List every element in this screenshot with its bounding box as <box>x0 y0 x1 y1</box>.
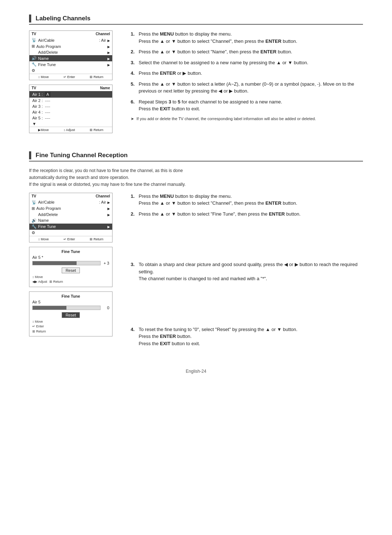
menu-item-gear[interactable]: ⚙ <box>29 68 112 74</box>
menu-item-aircable[interactable]: 📡 Air/Cable : Air <box>29 37 112 43</box>
ft-box-2: Fine Tune Air 5 0 Reset ↕ Move <box>29 291 113 337</box>
ft-menu-aircable[interactable]: 📡 Air/Cable : Air <box>29 199 112 205</box>
finetune-label: Fine Tune <box>38 62 56 67</box>
grid-icon: ⊞ <box>32 44 35 49</box>
ft-enter-bold-4: ENTER <box>160 334 176 339</box>
ft-adddelete-arrow <box>107 212 110 217</box>
name-menu-tv: TV <box>32 86 36 90</box>
step6-text: Repeat Steps 3 to 5 for each channel to … <box>139 99 282 105</box>
ft-exit-bold-4: EXIT <box>160 341 171 346</box>
exit-bold-6: EXIT <box>160 106 171 111</box>
ft-box2-enter: ↵ Enter <box>32 324 44 329</box>
ft-menu-autoprogram[interactable]: ⊞ Auto Program <box>29 205 112 212</box>
name-row-air5[interactable]: Air 5 : ---- <box>29 115 112 121</box>
step2-text: Press the ▲ or ▼ button to select "Name"… <box>139 49 292 54</box>
ft-aircable-value: : Air <box>99 200 106 204</box>
labeling-title: Labeling Channels <box>29 15 363 25</box>
step3-text: Select the channel to be assigned to a n… <box>139 60 308 65</box>
name-row-air2[interactable]: Air 2 : ---- <box>29 98 112 103</box>
name-label: Name <box>38 56 49 61</box>
footer-enter: ↵ Enter <box>64 75 75 79</box>
ft-title-bar <box>29 151 31 159</box>
ft-box1-footer-row1: ↕ Move <box>32 275 109 280</box>
labeling-steps-col: Press the MENU button to display the men… <box>131 30 363 133</box>
menu-item-name[interactable]: 🔊 Name <box>29 55 112 61</box>
air1-letter: A <box>45 92 50 97</box>
ft-step4-sub: Press the ENTER button. <box>139 334 192 339</box>
step5-text: Press the ▲ or ▼ button to select a lett… <box>139 81 354 94</box>
ft-menu-adddelete[interactable]: Add/Delete <box>29 212 112 217</box>
air1-label: Air 1 : <box>32 92 43 97</box>
ft-finetune-label: Fine Tune <box>38 224 56 229</box>
air3-label: Air 3 : <box>32 104 43 109</box>
step1-text: Press the MENU button to display the men… <box>139 31 232 37</box>
autoprogram-label: Auto Program <box>36 44 61 49</box>
aircable-value: : Air <box>99 38 106 42</box>
step6-sub: Press the EXIT button to exit. <box>139 106 200 111</box>
ft-box2-move: ↕ Move <box>32 319 43 324</box>
labeling-channels-section: Labeling Channels TV Channel 📡 Air/Cable… <box>29 15 363 133</box>
ft-box1-reset[interactable]: Reset <box>32 268 109 273</box>
name-row-air3[interactable]: Air 3 : ---- <box>29 103 112 109</box>
ft-menu-gear[interactable]: ⚙ <box>29 230 112 236</box>
labeling-title-text: Labeling Channels <box>36 15 90 22</box>
ft-grid-icon: ⊞ <box>32 206 35 211</box>
ft-box2-reset[interactable]: Reset <box>32 312 109 318</box>
labeling-steps-list: Press the MENU button to display the men… <box>131 30 363 113</box>
ft-title-text: Fine Tuning Channel Reception <box>36 152 128 159</box>
name-row-arrow: ▼ <box>29 121 112 127</box>
ft-channel-footer: ↕ Move ↵ Enter ⊞ Return <box>29 236 112 242</box>
ft-channel-header: TV Channel <box>29 193 112 199</box>
ft-menu-finetune[interactable]: 🔧 Fine Tune <box>29 224 112 230</box>
ft-tools-icon: 🔧 <box>32 224 37 229</box>
air2-label: Air 2 : <box>32 98 43 103</box>
label-step-2: Press the ▲ or ▼ button to select "Name"… <box>131 48 363 56</box>
menu-item-adddelete[interactable]: Add/Delete <box>29 49 112 55</box>
ft-step4-text: To reset the fine tuning to "0", select … <box>139 327 297 332</box>
enter-bold-2: ENTER <box>261 49 277 54</box>
name-row-air1[interactable]: Air 1 : A <box>29 91 112 98</box>
antenna-icon: 📡 <box>32 38 37 42</box>
ft-channel-menu: TV Channel 📡 Air/Cable : Air ⊞ <box>29 193 113 242</box>
ft-box2-footer-row2: ↵ Enter <box>32 324 109 329</box>
name-menu: TV Name Air 1 : A Air 2 : ---- Air 3 : -… <box>29 85 113 133</box>
ft-box1-title: Fine Tune <box>32 249 109 254</box>
step4-text: Press the ENTER or ▶ button. <box>139 70 202 76</box>
down-arrow: ▼ <box>32 122 36 126</box>
page-number: English-24 <box>29 369 363 374</box>
ft-menu-name[interactable]: 🔊 Name <box>29 217 112 224</box>
aircable-arrow <box>107 38 110 42</box>
name-footer-move: ▶Move <box>38 128 49 132</box>
adddelete-label: Add/Delete <box>32 50 58 54</box>
air3-value: ---- <box>45 104 50 109</box>
ft-antenna-icon: 📡 <box>32 200 37 205</box>
ft-menu-channel: Channel <box>96 194 110 198</box>
step1-sub: Press the ▲ or ▼ button to select "Chann… <box>139 38 297 44</box>
name-row-air4[interactable]: Air 4 : ---- <box>29 109 112 115</box>
title-bar-decoration <box>29 15 31 23</box>
ft-finetune-arrow <box>107 224 110 229</box>
ft-box2-reset-label[interactable]: Reset <box>62 312 80 318</box>
menu-item-finetune[interactable]: 🔧 Fine Tune <box>29 61 112 68</box>
aircable-label: Air/Cable <box>38 38 54 42</box>
ft-enter-bold-2: ENTER <box>269 211 285 217</box>
step5-bold: 5 <box>178 99 180 105</box>
intro-line-2: automatically during the search and stor… <box>29 174 363 181</box>
menu-tv-label: TV <box>32 32 36 36</box>
ft-box2-bar-bg <box>32 306 101 310</box>
air5-label: Air 5 : <box>32 116 43 120</box>
ft-menu-tv: TV <box>32 194 36 198</box>
menu-item-autoprogram[interactable]: ⊞ Auto Program <box>29 43 112 49</box>
name-menu-header: TV Name <box>29 85 112 91</box>
ft-footer-move: ↕ Move <box>38 237 49 241</box>
ft-box1-reset-label[interactable]: Reset <box>62 268 80 273</box>
ft-box2-footer-row1: ↕ Move <box>32 319 109 324</box>
label-step-3: Select the channel to be assigned to a n… <box>131 59 363 66</box>
air2-value: ---- <box>45 98 50 103</box>
footer-move: ↕ Move <box>38 75 49 79</box>
adddelete-arrow <box>107 50 110 54</box>
ft-gear-icon: ⚙ <box>32 230 35 235</box>
ft-box2-value: 0 <box>102 306 109 310</box>
page-number-text: English-24 <box>186 369 207 374</box>
autoprogram-arrow <box>107 44 110 49</box>
